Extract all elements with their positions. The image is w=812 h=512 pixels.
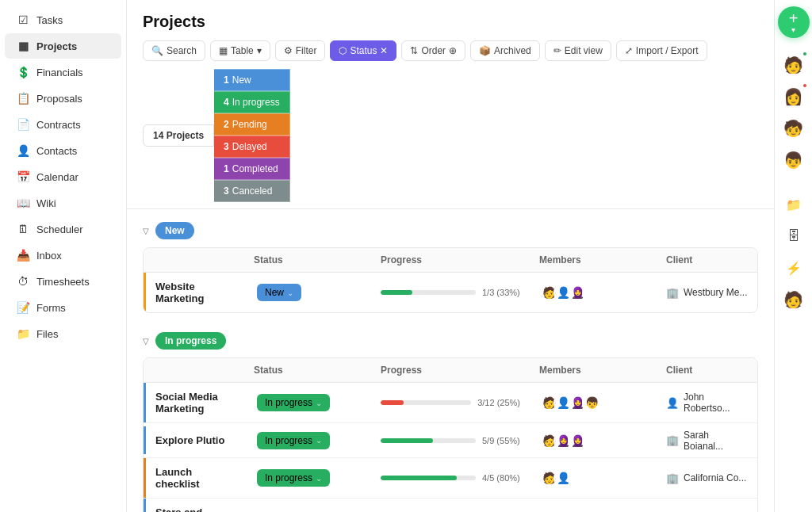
filter-button[interactable]: ⚙ Filter bbox=[275, 40, 326, 61]
close-icon: ✕ bbox=[380, 45, 388, 56]
status-bar-canceled[interactable]: 3Canceled bbox=[214, 180, 290, 202]
count-label: 3 bbox=[224, 185, 229, 197]
archived-label: Archived bbox=[494, 45, 531, 56]
offline-badge bbox=[802, 82, 808, 89]
sidebar-item-tasks[interactable]: ☑Tasks bbox=[5, 7, 121, 32]
page-title: Projects bbox=[143, 13, 758, 31]
members-cell: 🧑🧕🧕 bbox=[530, 431, 657, 450]
status-bar-completed[interactable]: 1Completed bbox=[214, 158, 290, 180]
status-arrow: ⌄ bbox=[316, 399, 322, 407]
sidebar-label-wiki: Wiki bbox=[36, 197, 56, 209]
sidebar-label-tasks: Tasks bbox=[36, 14, 63, 26]
edit-icon: ✏ bbox=[553, 45, 561, 56]
header-cell-0 bbox=[144, 248, 244, 272]
sidebar-item-inbox[interactable]: 📥Inbox bbox=[5, 243, 121, 268]
section-header-new: ▽ New bbox=[143, 222, 758, 239]
financials-icon: 💲 bbox=[16, 66, 30, 78]
sidebar-item-forms[interactable]: 📝Forms bbox=[5, 295, 121, 320]
sidebar-item-files[interactable]: 📁Files bbox=[5, 321, 121, 346]
status-arrow: ⌄ bbox=[287, 288, 293, 297]
count-label: 1 bbox=[224, 163, 229, 174]
sidebar-item-scheduler[interactable]: 🗓Scheduler bbox=[5, 216, 121, 242]
add-button[interactable]: + ▾ bbox=[778, 6, 810, 38]
client-name: Westbury Me... bbox=[684, 287, 747, 298]
forms-icon: 📝 bbox=[16, 301, 30, 314]
sidebar-item-calendar[interactable]: 📅Calendar bbox=[5, 164, 121, 189]
user-avatar-5[interactable]: 🧑 bbox=[779, 285, 808, 314]
sidebar-item-wiki[interactable]: 📖Wiki bbox=[5, 190, 121, 216]
member-avatar[interactable]: 🧕 bbox=[568, 431, 587, 450]
edit-view-label: Edit view bbox=[565, 45, 603, 56]
user-avatar-3[interactable]: 🧒 bbox=[779, 114, 808, 143]
progress-text: 5/9 (55%) bbox=[482, 436, 520, 445]
section-chevron-new[interactable]: ▽ bbox=[143, 227, 149, 235]
progress-cell: 4/5 (80%) bbox=[371, 473, 530, 483]
archived-button[interactable]: 📦 Archived bbox=[470, 40, 540, 61]
client-name: Sarah Boianal... bbox=[684, 430, 748, 452]
client-cell: 👤John Robertso... bbox=[657, 392, 757, 414]
status-button[interactable]: ⬡ Status ✕ bbox=[330, 40, 396, 61]
client-cell: 🏢Westbury Me... bbox=[657, 287, 757, 299]
status-name: Canceled bbox=[232, 185, 273, 197]
sidebar-item-contracts[interactable]: 📄Contracts bbox=[5, 112, 121, 137]
calendar-icon: 📅 bbox=[16, 170, 30, 183]
status-bar-in-progress[interactable]: 4In progress bbox=[214, 91, 290, 113]
order-label: Order bbox=[421, 45, 446, 56]
scheduler-icon: 🗓 bbox=[16, 223, 30, 235]
row-name[interactable]: Social Media Marketing bbox=[144, 383, 244, 422]
sidebar-item-proposals[interactable]: 📋Proposals bbox=[5, 86, 121, 111]
sidebar-label-timesheets: Timesheets bbox=[36, 276, 90, 288]
row-name[interactable]: Website Marketing bbox=[144, 273, 244, 312]
progress-bar-bg bbox=[381, 290, 476, 295]
total-projects: 14 Projects bbox=[143, 124, 214, 147]
archive-right-icon[interactable]: 🗄 bbox=[779, 222, 808, 250]
timesheets-icon: ⏱ bbox=[16, 275, 30, 288]
folder-icon[interactable]: 📁 bbox=[779, 190, 808, 219]
progress-text: 4/5 (80%) bbox=[482, 473, 520, 483]
status-cell: In progress ⌄ bbox=[244, 394, 371, 411]
status-label: Status bbox=[350, 45, 377, 56]
import-export-button[interactable]: ⤢ Import / Export bbox=[616, 40, 707, 61]
table-row: Website MarketingNew ⌄ 1/3 (33%) 🧑👤🧕🏢Wes… bbox=[144, 273, 757, 312]
progress-cell: 1/3 (33%) bbox=[371, 288, 530, 297]
section-chevron-in_progress[interactable]: ▽ bbox=[143, 337, 149, 346]
client-icon: 🏢 bbox=[666, 472, 679, 484]
page-header: Projects 🔍 Search ▦ Table ▾ ⚙ Filter ⬡ S… bbox=[127, 0, 774, 209]
main-content: Projects 🔍 Search ▦ Table ▾ ⚙ Filter ⬡ S… bbox=[127, 0, 774, 512]
table-button[interactable]: ▦ Table ▾ bbox=[210, 40, 270, 61]
status-bar-pending[interactable]: 2Pending bbox=[214, 113, 290, 136]
header-cell-2: Progress bbox=[371, 358, 530, 382]
status-icon: ⬡ bbox=[339, 45, 347, 56]
order-button[interactable]: ⇅ Order ⊕ bbox=[401, 40, 465, 61]
progress-bar-bg bbox=[381, 476, 476, 480]
sidebar-item-contacts[interactable]: 👤Contacts bbox=[5, 138, 121, 163]
status-badge[interactable]: In progress ⌄ bbox=[257, 432, 330, 449]
member-avatar[interactable]: 👦 bbox=[582, 393, 601, 412]
table-row: Explore PlutioIn progress ⌄ 5/9 (55%) 🧑🧕… bbox=[144, 423, 757, 458]
status-bar-new[interactable]: 1New bbox=[214, 69, 290, 91]
toolbar: 🔍 Search ▦ Table ▾ ⚙ Filter ⬡ Status ✕ ⇅… bbox=[143, 40, 758, 61]
sidebar-item-financials[interactable]: 💲Financials bbox=[5, 59, 121, 85]
sidebar-label-scheduler: Scheduler bbox=[36, 224, 83, 235]
status-badge[interactable]: In progress ⌄ bbox=[257, 394, 330, 411]
header-cell-3: Members bbox=[530, 358, 657, 382]
status-badge[interactable]: In progress ⌄ bbox=[257, 469, 330, 487]
status-bar-delayed[interactable]: 3Delayed bbox=[214, 136, 290, 158]
progress-cell: 3/12 (25%) bbox=[371, 398, 530, 407]
bolt-icon[interactable]: ⚡ bbox=[779, 254, 808, 282]
status-badge[interactable]: New ⌄ bbox=[257, 284, 301, 301]
proposals-icon: 📋 bbox=[16, 92, 30, 105]
section-label-in_progress: In progress bbox=[155, 332, 226, 350]
member-avatar[interactable]: 🧕 bbox=[568, 283, 587, 302]
search-button[interactable]: 🔍 Search bbox=[143, 40, 205, 61]
row-name[interactable]: Launch checklist bbox=[144, 458, 244, 498]
member-avatar[interactable]: 👤 bbox=[553, 468, 573, 487]
sidebar-item-timesheets[interactable]: ⏱Timesheets bbox=[5, 269, 121, 294]
row-name[interactable]: Stars and Galaxies Podcast B... bbox=[144, 499, 244, 512]
user-avatar-4[interactable]: 👦 bbox=[779, 146, 808, 174]
sidebar-item-projects[interactable]: ▦Projects bbox=[5, 33, 121, 59]
archive-icon: 📦 bbox=[479, 45, 491, 56]
client-cell: 🏢Sarah Boianal... bbox=[657, 430, 757, 452]
edit-view-button[interactable]: ✏ Edit view bbox=[545, 40, 611, 61]
row-name[interactable]: Explore Plutio bbox=[144, 426, 244, 454]
